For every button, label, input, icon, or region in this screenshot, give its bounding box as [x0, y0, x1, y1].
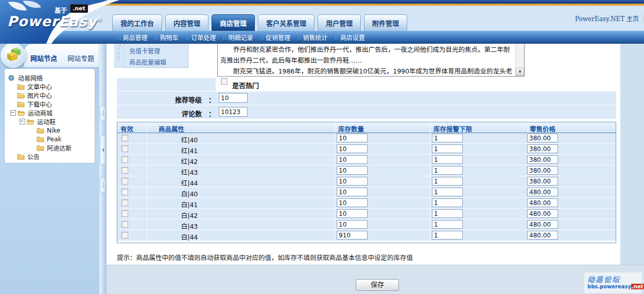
subnav-购物车[interactable]: ∷购物车 — [154, 33, 178, 42]
tab-我的工作台[interactable]: 我的工作台 — [112, 14, 162, 31]
scroll-down-arrow-icon[interactable]: ▼ — [516, 68, 524, 76]
row-price-input[interactable] — [527, 220, 558, 229]
row-stock-input[interactable] — [337, 220, 368, 229]
row-attribute-label: 红|41 — [164, 145, 215, 155]
splitter-grip-top[interactable] — [100, 105, 106, 121]
product-intro-editor[interactable]: 乔丹和耐克紧密合作，他们推出乔丹一代，推出广告后，一夜之间他们成为目光的焦点。第… — [217, 44, 525, 77]
tree-node-Nike[interactable]: Nike — [7, 126, 93, 135]
row-stock-alert-input[interactable] — [432, 177, 463, 186]
subnav-商品管理[interactable]: ∷商品管理 — [117, 33, 147, 42]
row-stock-input[interactable] — [337, 155, 368, 164]
sidebar-tab-site-topics[interactable]: 网站专题 — [67, 53, 94, 63]
row-stock-alert-input[interactable] — [432, 134, 463, 142]
tree-node-运动鞋[interactable]: 运动鞋 — [7, 117, 93, 126]
tree-node-阿迪达斯[interactable]: 阿迪达斯 — [7, 143, 93, 152]
hot-checkbox[interactable] — [221, 78, 228, 85]
row-stock-alert-input[interactable] — [432, 220, 463, 229]
row-stock-alert-input[interactable] — [432, 231, 463, 240]
top-right-links[interactable]: PowerEasy.NET 主页 ｜ 帮助 — [575, 14, 644, 23]
sidebar-tab-site-nodes[interactable]: 网站节点 — [30, 53, 57, 63]
tree-node-运动商城[interactable]: 运动商城 — [7, 108, 93, 117]
folder-icon — [37, 127, 44, 134]
row-price-input[interactable] — [527, 231, 558, 240]
splitter-collapse-button[interactable] — [100, 135, 106, 165]
tree-node-文章中心[interactable]: 文章中心 — [7, 82, 93, 91]
tree-node-动易网络[interactable]: 动易网络 — [7, 74, 93, 82]
row-valid-checkbox[interactable] — [121, 135, 128, 141]
dotnet-badge: .net — [70, 4, 88, 13]
row-stock-input[interactable] — [337, 134, 368, 142]
row-stock-input[interactable] — [337, 144, 368, 153]
hot-row-label-cell — [117, 78, 216, 91]
editor-scrollbar[interactable]: ▼ — [515, 44, 524, 76]
tab-附件管理[interactable]: 附件管理 — [364, 14, 407, 31]
tab-商店管理[interactable]: 商店管理 — [212, 14, 255, 31]
row-stock-input[interactable] — [337, 177, 368, 186]
row-valid-checkbox[interactable] — [121, 156, 128, 163]
row-stock-alert-input[interactable] — [432, 155, 463, 164]
row-price-input[interactable] — [527, 177, 558, 186]
folder-icon — [17, 101, 25, 107]
tab-内容管理[interactable]: 内容管理 — [165, 14, 208, 31]
collapse-expander-icon[interactable] — [10, 110, 16, 116]
admin-page: 我的工作台内容管理商店管理客户关系管理用户管理附件管理 ∷商品管理∷购物车∷订单… — [0, 0, 644, 294]
row-valid-checkbox[interactable] — [121, 189, 128, 195]
row-price-input[interactable] — [527, 134, 558, 142]
row-price-input[interactable] — [527, 188, 558, 196]
subnav-促销管理[interactable]: ∷促销管理 — [260, 33, 290, 42]
subnav-订单处理[interactable]: ∷订单处理 — [186, 33, 216, 42]
subnav-商店设置[interactable]: ∷商店设置 — [335, 33, 364, 42]
field-row-recommend: 推荐等级 ： — [117, 91, 616, 105]
tree-node-图片中心[interactable]: 图片中心 — [7, 91, 93, 100]
row-valid-checkbox[interactable] — [121, 232, 128, 238]
col-header-valid: 有效 — [120, 124, 133, 134]
row-price-input[interactable] — [527, 155, 558, 164]
row-stock-input[interactable] — [337, 231, 368, 240]
folder-open-icon — [18, 109, 25, 116]
row-valid-checkbox[interactable] — [121, 199, 128, 206]
comment-count-input[interactable] — [219, 107, 248, 117]
table-row: 红|43 — [117, 166, 616, 176]
row-stock-alert-input[interactable] — [432, 188, 463, 196]
row-stock-input[interactable] — [337, 166, 368, 175]
collapse-expander-icon[interactable] — [20, 119, 25, 124]
row-stock-input[interactable] — [337, 188, 368, 196]
menu-item-batch-edit[interactable]: 商品批量编辑 — [129, 58, 188, 66]
row-valid-checkbox[interactable] — [121, 178, 128, 185]
row-stock-alert-input[interactable] — [432, 166, 463, 175]
row-attribute-label: 红|40 — [164, 135, 215, 144]
tree-node-公告[interactable]: 公告 — [7, 152, 93, 161]
tree-node-label: 阿迪达斯 — [47, 143, 72, 152]
row-stock-input[interactable] — [337, 209, 368, 218]
shop-left-menu: 充值卡管理 商品批量编辑 — [124, 44, 188, 68]
row-stock-alert-input[interactable] — [432, 209, 463, 218]
row-valid-checkbox[interactable] — [121, 221, 128, 228]
table-row: 白|44 — [117, 230, 616, 241]
row-valid-checkbox[interactable] — [121, 167, 128, 174]
row-price-input[interactable] — [527, 144, 558, 153]
row-valid-checkbox[interactable] — [121, 210, 128, 217]
sidebar-splitter[interactable] — [99, 44, 107, 294]
tree-node-下载中心[interactable]: 下载中心 — [7, 100, 93, 108]
row-stock-alert-input[interactable] — [432, 198, 463, 207]
row-price-input[interactable] — [527, 198, 558, 207]
tree-node-Peak[interactable]: Peak — [7, 135, 93, 143]
row-valid-checkbox[interactable] — [121, 145, 128, 152]
recommend-level-input[interactable] — [219, 93, 248, 103]
tab-用户管理[interactable]: 用户管理 — [318, 14, 361, 31]
recommend-level-label: 推荐等级 ： — [117, 95, 215, 104]
subnav-明细记录[interactable]: ∷明细记录 — [223, 33, 253, 42]
splitter-grip-bottom[interactable] — [100, 177, 106, 193]
row-attribute-label: 白|41 — [164, 199, 215, 209]
save-button[interactable]: 保存 — [356, 279, 399, 291]
row-price-input[interactable] — [527, 166, 558, 175]
row-stock-input[interactable] — [337, 198, 368, 207]
menu-item-recharge-cards[interactable]: 充值卡管理 — [129, 46, 188, 55]
subnav-marker-icon: ∷ — [223, 35, 226, 41]
row-stock-alert-input[interactable] — [432, 144, 463, 153]
tab-客户关系管理[interactable]: 客户关系管理 — [258, 14, 315, 31]
row-price-input[interactable] — [527, 209, 558, 218]
folder-icon — [17, 153, 25, 160]
subnav-销售统计[interactable]: ∷销售统计 — [298, 33, 327, 42]
col-header-stock-alert: 库存报警下限 — [433, 124, 472, 134]
